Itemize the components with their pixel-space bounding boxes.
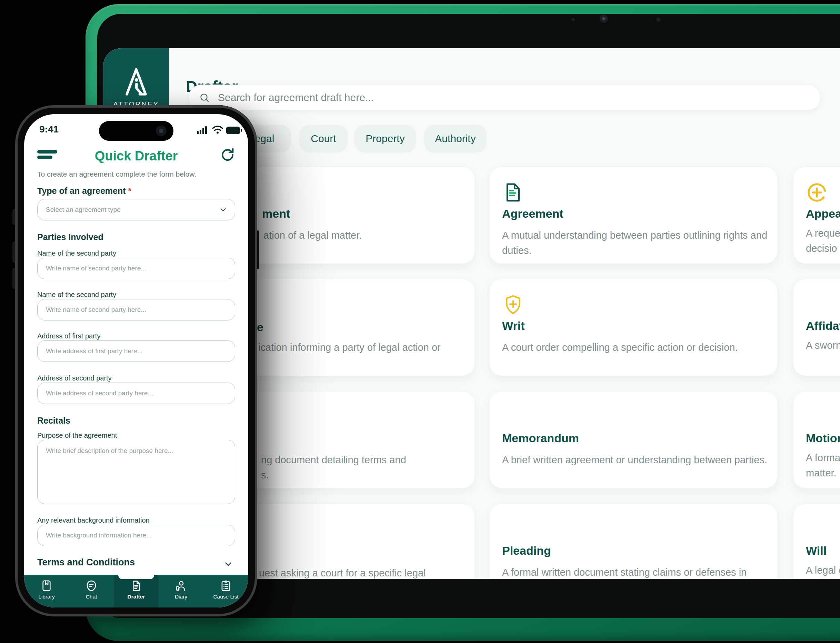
- tablet-sensor-dot-2: [656, 17, 661, 22]
- card-title-fragment: ment: [262, 207, 290, 220]
- chip-authority[interactable]: Authority: [424, 125, 487, 152]
- background-input[interactable]: [37, 525, 235, 546]
- second-party-name-input-2[interactable]: [37, 299, 235, 320]
- card-desc-line: decisio: [806, 243, 837, 254]
- chevron-down-icon: [218, 205, 228, 215]
- card-writ[interactable]: Writ A court order compelling a specific…: [489, 279, 778, 376]
- card-desc: A court order compelling a specific acti…: [502, 340, 768, 355]
- card-title: Appeal: [806, 207, 840, 220]
- dynamic-island: [99, 121, 173, 141]
- select-placeholder: Select an agreement type: [46, 206, 218, 214]
- nav-item-chat[interactable]: Chat: [69, 575, 114, 607]
- card-desc-line: matter.: [806, 467, 837, 479]
- purpose-label: Purpose of the agreement: [37, 432, 117, 439]
- card-motion[interactable]: Motion A forma matter.: [793, 391, 840, 488]
- refresh-icon[interactable]: [219, 147, 236, 163]
- card-desc-fragment: s.: [261, 470, 269, 481]
- nav-item-drafter[interactable]: Drafter: [114, 575, 159, 607]
- chip-property[interactable]: Property: [355, 125, 416, 152]
- chat-icon: [85, 579, 98, 592]
- first-party-address-input[interactable]: [37, 341, 235, 362]
- phone-screen: 9:41 Quick Drafter To create an agreemen…: [24, 114, 248, 607]
- card-affidavit[interactable]: Affidav A sworn: [793, 279, 840, 376]
- nav-label: Diary: [175, 594, 187, 600]
- field-label: Name of the second party: [37, 291, 116, 299]
- card-agreement[interactable]: Agreement A mutual understanding between…: [489, 166, 778, 264]
- card-desc-fragment: ng document detailing terms and: [261, 454, 406, 466]
- shield-plus-icon: [502, 294, 524, 316]
- chip-label: Court: [311, 133, 336, 145]
- field-label: Address of first party: [37, 332, 100, 340]
- signal-icon: [197, 126, 208, 135]
- tablet-camera-icon: [600, 15, 608, 23]
- search-icon: [199, 92, 210, 103]
- chip-court[interactable]: Court: [299, 125, 348, 152]
- active-tab-notch: [118, 575, 154, 579]
- library-icon: [40, 579, 53, 592]
- form-intro-text: To create an agreement complete the form…: [37, 170, 196, 178]
- nav-label: Drafter: [128, 594, 145, 600]
- nav-label: Library: [38, 594, 54, 600]
- circle-plus-icon: [806, 181, 828, 204]
- chip-label: egal: [255, 133, 275, 145]
- card-desc: A brief written agreement or understandi…: [502, 452, 768, 467]
- document-icon: [502, 181, 524, 204]
- agreement-type-select[interactable]: Select an agreement type: [37, 199, 235, 220]
- card-title: Writ: [502, 319, 524, 333]
- wifi-icon: [212, 125, 223, 135]
- attorney-logo-icon: [122, 66, 150, 98]
- parties-heading: Parties Involved: [37, 232, 103, 242]
- card-desc: A formal written document stating claims…: [502, 565, 768, 579]
- card-desc-line: A reque: [806, 228, 840, 239]
- card-desc-fragment: uest asking a court for a specific legal: [259, 568, 426, 579]
- front-camera-icon: [156, 126, 166, 136]
- search-input[interactable]: Search for agreement draft here...: [189, 85, 821, 110]
- type-label: Type of an agreement *: [37, 186, 131, 196]
- required-asterisk: *: [128, 186, 132, 196]
- card-desc-line: A legal d: [806, 565, 840, 576]
- terms-chevron-down-icon[interactable]: [223, 558, 234, 570]
- nav-label: Chat: [86, 594, 97, 600]
- card-appeal[interactable]: Appeal A reque decisio: [793, 166, 840, 264]
- type-label-text: Type of an agreement: [37, 186, 126, 196]
- cause-list-icon: [219, 579, 233, 592]
- card-title-fragment: e: [257, 320, 264, 334]
- card-title: Will: [806, 544, 827, 557]
- card-title: Pleading: [502, 544, 551, 557]
- card-desc: A mutual understanding between parties o…: [502, 228, 768, 258]
- card-desc-line: A sworn: [806, 340, 840, 351]
- second-party-name-input[interactable]: [37, 258, 235, 279]
- terms-heading: Terms and Conditions: [37, 557, 135, 568]
- card-memorandum[interactable]: Memorandum A brief written agreement or …: [489, 391, 778, 488]
- chip-label: Authority: [435, 133, 475, 145]
- search-placeholder: Search for agreement draft here...: [218, 92, 374, 103]
- status-time: 9:41: [39, 124, 59, 135]
- purpose-textarea[interactable]: [37, 440, 235, 504]
- card-desc-fragment: ation of a legal matter.: [264, 230, 362, 241]
- drafter-icon: [130, 579, 143, 592]
- card-desc-line: A forma: [806, 452, 840, 463]
- card-title: Motion: [806, 432, 840, 445]
- recitals-heading: Recitals: [37, 416, 70, 426]
- chip-label: Property: [366, 133, 404, 145]
- card-pleading[interactable]: Pleading A formal written document stati…: [489, 504, 778, 579]
- card-will[interactable]: Will A legal d: [793, 504, 840, 579]
- card-title: Affidav: [806, 319, 840, 333]
- battery-icon: [226, 127, 242, 135]
- tablet-sensor-dot: [571, 18, 575, 21]
- field-label: Name of the second party: [37, 250, 116, 257]
- nav-item-diary[interactable]: Diary: [159, 575, 203, 607]
- nav-label: Cause List: [213, 594, 238, 600]
- second-party-address-input[interactable]: [37, 383, 235, 404]
- background-label: Any relevant background information: [37, 516, 150, 524]
- diary-icon: [174, 579, 187, 592]
- card-title: Agreement: [502, 207, 563, 220]
- quick-drafter-title: Quick Drafter: [24, 149, 248, 163]
- card-desc-fragment: ication informing a party of legal actio…: [258, 342, 441, 353]
- field-label: Address of second party: [37, 374, 112, 382]
- phone-bottom-nav: Library Chat Drafter Diary: [24, 575, 248, 607]
- card-title: Memorandum: [502, 432, 579, 445]
